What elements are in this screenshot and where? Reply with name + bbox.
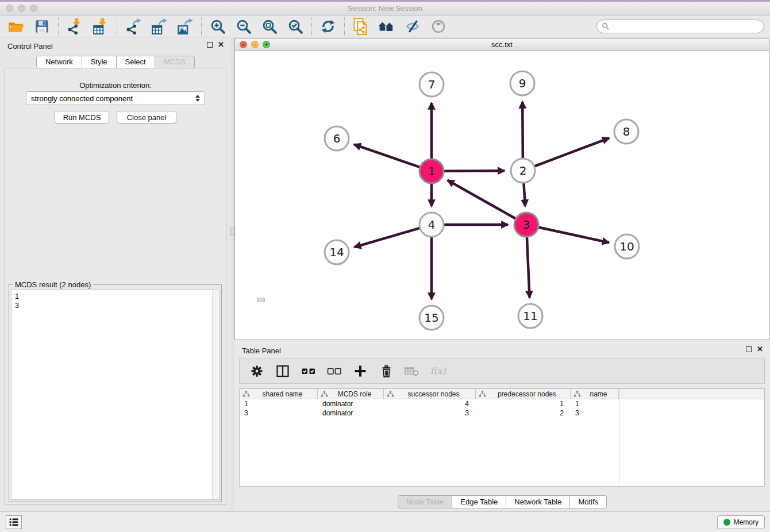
tab-motifs[interactable]: Motifs bbox=[570, 495, 607, 508]
graph-edge-1-6[interactable] bbox=[354, 144, 420, 167]
graph-node-3[interactable]: 3 bbox=[514, 213, 538, 237]
graph-node-4[interactable]: 4 bbox=[419, 213, 444, 237]
node-table: shared nameMCDS rolesuccessor nodesprede… bbox=[239, 388, 765, 487]
table-cell[interactable]: 1 bbox=[476, 399, 571, 408]
table-cell[interactable]: 2 bbox=[476, 408, 571, 418]
svg-text:f(x): f(x) bbox=[430, 365, 446, 376]
table-cell[interactable]: 3 bbox=[384, 408, 476, 418]
zoom-selected-icon[interactable] bbox=[287, 18, 304, 35]
graph-edge-2-9[interactable] bbox=[522, 102, 523, 159]
delete-row-icon[interactable] bbox=[378, 363, 394, 379]
table-cell[interactable]: dominator bbox=[318, 399, 384, 408]
control-panel-tabs: NetworkStyleSelectMCDS bbox=[0, 56, 231, 68]
view-splitter-handle[interactable] bbox=[257, 298, 265, 302]
panel-splitter-handle[interactable] bbox=[230, 228, 234, 236]
graph-node-9[interactable]: 9 bbox=[510, 71, 534, 95]
graph-edge-3-10[interactable] bbox=[538, 227, 609, 242]
graph-node-15[interactable]: 15 bbox=[419, 306, 444, 330]
tab-network-table[interactable]: Network Table bbox=[506, 495, 570, 508]
import-network-icon[interactable] bbox=[66, 18, 83, 35]
export-table-icon[interactable] bbox=[151, 18, 168, 35]
column-header-predecessor-nodes[interactable]: predecessor nodes bbox=[476, 389, 571, 399]
graph-edge-4-14[interactable] bbox=[355, 228, 420, 247]
main-titlebar: Session: New Session bbox=[0, 2, 770, 16]
deselect-all-icon[interactable] bbox=[326, 363, 342, 379]
graph-edge-2-3[interactable] bbox=[523, 183, 525, 206]
graph-edge-2-8[interactable] bbox=[534, 138, 609, 166]
float-table-panel-icon[interactable] bbox=[746, 346, 752, 352]
tab-mcds[interactable]: MCDS bbox=[155, 56, 195, 68]
graph-edge-3-1[interactable] bbox=[448, 180, 516, 219]
graph-node-8[interactable]: 8 bbox=[614, 119, 638, 144]
column-header-successor-nodes[interactable]: successor nodes bbox=[384, 389, 476, 399]
close-panel-button[interactable]: Close panel bbox=[117, 111, 176, 124]
network-from-file-icon[interactable] bbox=[352, 18, 369, 35]
column-header-name[interactable]: name bbox=[571, 389, 619, 399]
criterion-dropdown[interactable]: strongly connected component bbox=[26, 91, 205, 105]
zoom-out-icon[interactable] bbox=[235, 18, 252, 35]
graph-node-14[interactable]: 14 bbox=[325, 240, 349, 264]
zoom-fit-icon[interactable] bbox=[261, 18, 278, 35]
close-table-panel-icon[interactable]: ✕ bbox=[757, 346, 763, 352]
tab-edge-table[interactable]: Edge Table bbox=[452, 495, 506, 508]
table-cell[interactable]: 3 bbox=[571, 408, 619, 418]
float-panel-icon[interactable] bbox=[207, 42, 213, 48]
graph-node-7[interactable]: 7 bbox=[419, 72, 444, 97]
run-mcds-button[interactable]: Run MCDS bbox=[55, 111, 109, 124]
memory-label: Memory bbox=[734, 518, 759, 526]
import-table-icon[interactable] bbox=[92, 18, 109, 35]
search-input[interactable] bbox=[613, 22, 759, 30]
tab-select[interactable]: Select bbox=[117, 56, 155, 68]
mcds-result-group: MCDS result (2 nodes) 1 3 bbox=[9, 284, 222, 502]
graph-node-6[interactable]: 6 bbox=[325, 126, 349, 151]
table-cell[interactable]: 4 bbox=[384, 399, 476, 408]
open-session-icon[interactable] bbox=[7, 18, 25, 35]
table-row[interactable]: 3dominator323 bbox=[240, 408, 764, 418]
list-icon bbox=[8, 517, 20, 527]
tab-style[interactable]: Style bbox=[82, 56, 117, 68]
export-image-icon[interactable] bbox=[176, 18, 194, 35]
toggle-panel-icon[interactable] bbox=[275, 363, 291, 379]
control-panel: Control Panel ✕ NetworkStyleSelectMCDS O… bbox=[0, 38, 231, 511]
result-scrollbar[interactable] bbox=[212, 290, 219, 499]
table-cell[interactable]: 3 bbox=[240, 408, 318, 418]
tab-network[interactable]: Network bbox=[36, 56, 82, 68]
save-session-icon[interactable] bbox=[33, 18, 51, 35]
main-toolbar bbox=[0, 16, 770, 37]
svg-text:10: 10 bbox=[619, 240, 634, 253]
function-builder-icon[interactable]: f(x) bbox=[430, 363, 446, 379]
table-cell[interactable]: dominator bbox=[318, 408, 384, 418]
close-panel-icon[interactable]: ✕ bbox=[218, 42, 224, 48]
column-header-shared-name[interactable]: shared name bbox=[240, 389, 318, 399]
tab-node-table[interactable]: Node Table bbox=[398, 495, 453, 508]
refresh-layout-icon[interactable] bbox=[319, 18, 337, 35]
table-cell[interactable]: 1 bbox=[240, 399, 318, 408]
column-header-MCDS-role[interactable]: MCDS role bbox=[318, 389, 384, 399]
zoom-in-icon[interactable] bbox=[209, 18, 226, 35]
network-graph[interactable]: 7968124314101511 bbox=[235, 51, 769, 340]
table-cell[interactable]: 1 bbox=[571, 399, 619, 408]
home-icon[interactable] bbox=[378, 18, 395, 35]
select-all-icon[interactable] bbox=[301, 363, 317, 379]
table-row[interactable]: 1dominator411 bbox=[240, 399, 764, 408]
graph-node-11[interactable]: 11 bbox=[518, 304, 542, 328]
graph-edge-3-11[interactable] bbox=[527, 237, 530, 298]
memory-button[interactable]: Memory bbox=[717, 515, 765, 529]
export-network-icon[interactable] bbox=[125, 18, 142, 35]
settings-icon[interactable] bbox=[249, 363, 265, 379]
network-canvas[interactable]: 7968124314101511 bbox=[235, 51, 769, 340]
mcds-result-textarea[interactable]: 1 3 bbox=[11, 290, 212, 499]
hide-details-icon[interactable] bbox=[404, 18, 421, 35]
add-row-icon[interactable] bbox=[352, 363, 368, 379]
task-history-button[interactable] bbox=[6, 515, 22, 529]
graph-edge-1-2[interactable] bbox=[444, 171, 505, 171]
svg-text:8: 8 bbox=[623, 125, 630, 138]
search-field[interactable] bbox=[596, 20, 764, 33]
graph-node-1[interactable]: 1 bbox=[419, 159, 444, 183]
show-details-icon[interactable] bbox=[430, 18, 447, 35]
status-bar: Memory bbox=[0, 511, 770, 532]
graph-node-2[interactable]: 2 bbox=[511, 159, 535, 183]
graph-node-10[interactable]: 10 bbox=[615, 234, 639, 259]
table-body: 1dominator4113dominator323 bbox=[240, 399, 764, 418]
delete-table-icon[interactable] bbox=[404, 363, 420, 379]
